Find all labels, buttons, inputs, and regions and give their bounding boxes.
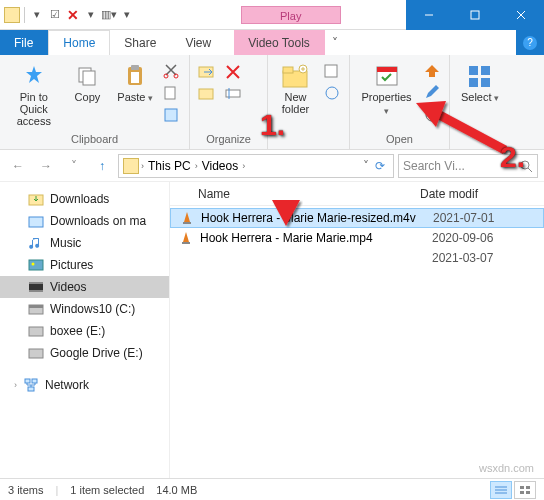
- svg-rect-33: [29, 260, 43, 270]
- svg-rect-53: [526, 491, 530, 494]
- minimize-button[interactable]: [406, 0, 452, 30]
- new-item-icon[interactable]: [323, 63, 341, 81]
- file-date: 2020-09-06: [426, 231, 493, 245]
- svg-rect-50: [520, 486, 524, 489]
- status-items: 3 items: [8, 484, 43, 496]
- breadcrumb-videos[interactable]: Videos: [200, 159, 240, 173]
- sidebar-item-downloads-on-ma[interactable]: Downloads on ma: [0, 210, 169, 232]
- qa-item[interactable]: ☑: [47, 8, 63, 21]
- folder-icon: [123, 158, 139, 174]
- vlc-icon: [179, 210, 195, 226]
- rename-icon[interactable]: [224, 85, 242, 103]
- file-date: 2021-07-01: [427, 211, 494, 225]
- navigation-pane[interactable]: Downloads Downloads on ma Music Pictures…: [0, 182, 170, 478]
- svg-rect-14: [199, 89, 213, 99]
- svg-rect-20: [325, 65, 337, 77]
- sidebar-item-pictures[interactable]: Pictures: [0, 254, 169, 276]
- tab-file[interactable]: File: [0, 30, 48, 55]
- easy-access-icon[interactable]: [323, 85, 341, 103]
- help-button[interactable]: ?: [516, 30, 544, 55]
- svg-point-21: [326, 87, 338, 99]
- column-date-modified[interactable]: Date modif: [420, 187, 544, 201]
- svg-rect-18: [283, 67, 293, 73]
- svg-rect-46: [182, 242, 190, 244]
- qa-overflow[interactable]: ▾: [119, 8, 135, 21]
- nav-forward-button[interactable]: →: [34, 154, 58, 178]
- svg-rect-45: [183, 222, 191, 224]
- svg-rect-1: [471, 11, 479, 19]
- status-bar: 3 items | 1 item selected 14.0 MB: [0, 478, 544, 500]
- file-list-pane[interactable]: Name Date modif Hook Herrera - Marie Mar…: [170, 182, 544, 478]
- delete-icon[interactable]: [224, 63, 242, 81]
- nav-back-button[interactable]: ←: [6, 154, 30, 178]
- new-folder-button[interactable]: New folder: [276, 59, 315, 115]
- svg-rect-42: [25, 379, 30, 383]
- paste-button[interactable]: Paste: [115, 59, 155, 104]
- svg-rect-23: [377, 67, 397, 72]
- sidebar-item-videos[interactable]: Videos: [0, 276, 169, 298]
- watermark: wsxdn.com: [479, 462, 534, 474]
- address-bar[interactable]: › This PC › Videos › ˅ ⟳: [118, 154, 394, 178]
- close-button[interactable]: [498, 0, 544, 30]
- tab-view[interactable]: View: [171, 30, 226, 55]
- pin-to-quick-access-button[interactable]: Pin to Quick access: [8, 59, 60, 127]
- move-to-icon[interactable]: [198, 63, 216, 81]
- sidebar-item-downloads[interactable]: Downloads: [0, 188, 169, 210]
- quick-access-toolbar: ▾ ☑ ✕ ▾ ▥▾ ▾: [0, 7, 135, 23]
- file-name: Hook Herrera - Marie Marie.mp4: [200, 231, 426, 245]
- group-clipboard-label: Clipboard: [8, 131, 181, 147]
- svg-rect-7: [131, 65, 139, 70]
- copy-button[interactable]: Copy: [68, 59, 108, 103]
- svg-rect-25: [469, 66, 478, 75]
- cut-icon[interactable]: [163, 63, 181, 81]
- sidebar-item-network[interactable]: › Network: [0, 374, 169, 396]
- svg-rect-40: [29, 327, 43, 336]
- copy-to-icon[interactable]: [198, 85, 216, 103]
- file-row[interactable]: Hook Herrera - Marie Marie-resized.m4v 2…: [170, 208, 544, 228]
- svg-point-34: [32, 263, 35, 266]
- ribbon-collapse-button[interactable]: ˅: [325, 30, 345, 55]
- svg-rect-8: [131, 72, 139, 83]
- ribbon-tabs: File Home Share View Video Tools ˅ ?: [0, 30, 544, 55]
- address-dropdown-icon[interactable]: ˅: [363, 159, 369, 173]
- svg-line-30: [528, 168, 532, 172]
- sidebar-item-music[interactable]: Music: [0, 232, 169, 254]
- status-size: 14.0 MB: [156, 484, 197, 496]
- properties-button[interactable]: Properties: [358, 59, 415, 117]
- file-date: 2021-03-07: [426, 251, 493, 265]
- qa-item[interactable]: ▾: [83, 8, 99, 21]
- nav-up-button[interactable]: ↑: [90, 154, 114, 178]
- qa-item[interactable]: ▥▾: [101, 8, 117, 21]
- qa-item[interactable]: ▾: [29, 8, 45, 21]
- folder-icon: [4, 7, 20, 23]
- qa-close-icon[interactable]: ✕: [65, 7, 81, 23]
- tab-video-tools[interactable]: Video Tools: [234, 30, 325, 55]
- file-name: Hook Herrera - Marie Marie-resized.m4v: [201, 211, 427, 225]
- sidebar-item-google-drive[interactable]: Google Drive (E:): [0, 342, 169, 364]
- svg-rect-32: [29, 217, 43, 227]
- view-thumbnails-button[interactable]: [514, 481, 536, 499]
- paste-shortcut-icon[interactable]: [163, 107, 181, 125]
- svg-rect-44: [28, 387, 34, 391]
- svg-rect-37: [29, 290, 43, 292]
- file-row[interactable]: Hook Herrera - Marie Marie.mp4 2020-09-0…: [170, 228, 544, 248]
- view-details-button[interactable]: [490, 481, 512, 499]
- file-row[interactable]: 2021-03-07: [170, 248, 544, 268]
- breadcrumb-this-pc[interactable]: This PC: [146, 159, 193, 173]
- svg-rect-52: [520, 491, 524, 494]
- annotation-number-2: 2.: [500, 140, 525, 174]
- open-icon[interactable]: [423, 63, 441, 81]
- maximize-button[interactable]: [452, 0, 498, 30]
- tab-home[interactable]: Home: [48, 30, 110, 55]
- refresh-icon[interactable]: ⟳: [371, 159, 389, 173]
- sidebar-item-windows10[interactable]: Windows10 (C:): [0, 298, 169, 320]
- svg-rect-27: [469, 78, 478, 87]
- copy-path-icon[interactable]: [163, 85, 181, 103]
- sidebar-item-boxee[interactable]: boxee (E:): [0, 320, 169, 342]
- nav-history-button[interactable]: ˅: [62, 154, 86, 178]
- svg-rect-15: [226, 90, 240, 97]
- svg-rect-41: [29, 349, 43, 358]
- svg-rect-11: [165, 87, 175, 99]
- tab-share[interactable]: Share: [110, 30, 171, 55]
- column-headers[interactable]: Name Date modif: [170, 182, 544, 206]
